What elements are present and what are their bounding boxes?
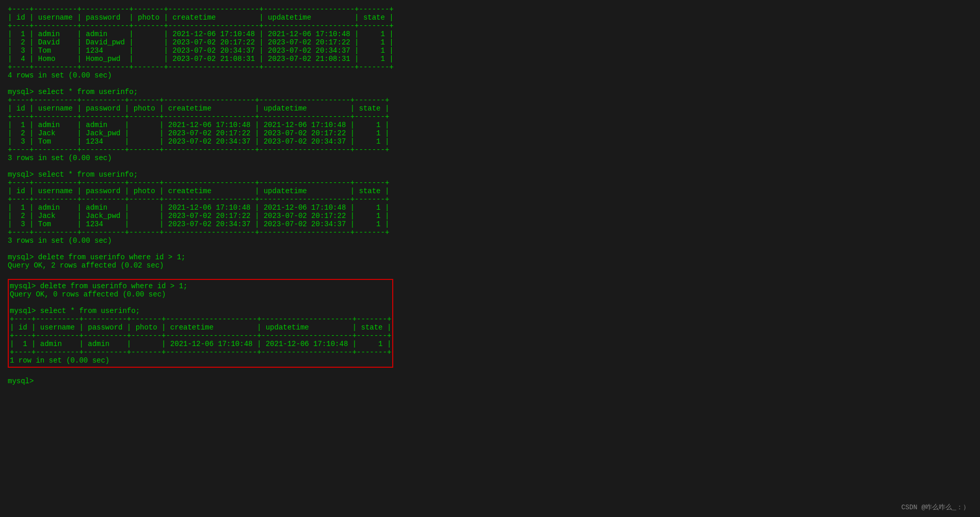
final-prompt[interactable]: mysql> [8, 377, 972, 385]
table-block-final: +----+----------+----------+-------+----… [10, 315, 391, 365]
highlighted-section: mysql> delete from userinfo where id > 1… [8, 279, 393, 368]
terminal: +----+----------+-----------+-------+---… [8, 5, 972, 511]
watermark: CSDN @咋么咋么_：） [901, 503, 970, 512]
table-block-2: +----+----------+----------+-------+----… [8, 96, 972, 162]
delete-result-1: Query OK, 2 rows affected (0.02 sec) [8, 261, 972, 270]
delete-result-2: Query OK, 0 rows affected (0.00 sec) [10, 290, 391, 299]
table3-footer: 3 rows in set (0.00 sec) [8, 237, 972, 245]
delete-command-1: mysql> delete from userinfo where id > 1… [8, 253, 972, 261]
table1-footer: 4 rows in set (0.00 sec) [8, 71, 972, 80]
table-block-3: +----+----------+----------+-------+----… [8, 179, 972, 245]
command-3: mysql> select * from userinfo; [8, 170, 972, 179]
table-block-1: +----+----------+-----------+-------+---… [8, 5, 972, 80]
delete-command-2: mysql> delete from userinfo where id > 1… [10, 282, 391, 290]
command-2: mysql> select * from userinfo; [8, 88, 972, 96]
table-final-footer: 1 row in set (0.00 sec) [10, 356, 391, 365]
select-command-final: mysql> select * from userinfo; [10, 307, 391, 315]
table2-footer: 3 rows in set (0.00 sec) [8, 154, 972, 162]
